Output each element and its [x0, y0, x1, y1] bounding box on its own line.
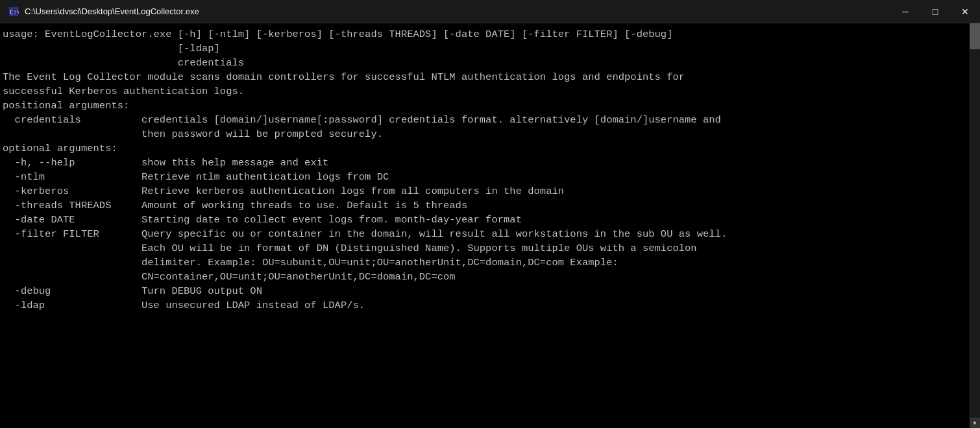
terminal-line: -ldap Use unsecured LDAP instead of LDAP… — [3, 298, 967, 313]
terminal-line: -ntlm Retrieve ntlm authentication logs … — [3, 170, 967, 184]
terminal-line: then password will be prompted securely. — [3, 127, 967, 141]
cmd-icon: C:\ — [8, 6, 19, 18]
terminal-line: usage: EventLogCollector.exe [-h] [-ntlm… — [3, 27, 967, 42]
terminal-line: -debug Turn DEBUG output ON — [3, 284, 967, 298]
terminal-line: successful Kerberos authentication logs. — [3, 84, 967, 99]
terminal-line: -kerberos Retrieve kerberos authenticati… — [3, 184, 967, 198]
scrollbar-thumb[interactable] — [970, 23, 980, 49]
terminal-line: positional arguments: — [3, 99, 967, 113]
title-bar-controls: ─ □ ✕ — [890, 0, 980, 23]
scrollbar[interactable]: ▲ ▼ — [970, 23, 980, 428]
scrollbar-down-arrow[interactable]: ▼ — [970, 418, 980, 428]
terminal-line: -date DATE Starting date to collect even… — [3, 213, 967, 227]
terminal-line: delimiter. Example: OU=subunit,OU=unit;O… — [3, 256, 967, 270]
terminal-line: optional arguments: — [3, 141, 967, 156]
terminal-line: credentials credentials [domain/]usernam… — [3, 113, 967, 127]
terminal-line: Each OU will be in format of DN (Disting… — [3, 241, 967, 256]
terminal-output: usage: EventLogCollector.exe [-h] [-ntlm… — [0, 23, 970, 428]
terminal-line: -threads THREADS Amount of working threa… — [3, 198, 967, 213]
terminal-line: -h, --help show this help message and ex… — [3, 156, 967, 170]
terminal-line: -filter FILTER Query specific ou or cont… — [3, 227, 967, 241]
terminal-line: [-ldap] — [3, 42, 967, 56]
close-button[interactable]: ✕ — [950, 0, 980, 23]
svg-text:C:\: C:\ — [10, 9, 19, 16]
terminal-line: CN=container,OU=unit;OU=anotherUnit,DC=d… — [3, 270, 967, 284]
terminal-line: credentials — [3, 56, 967, 70]
terminal-line: The Event Log Collector module scans dom… — [3, 70, 967, 84]
title-bar-text: C:\Users\dvsci\Desktop\EventLogCollector… — [25, 6, 972, 16]
title-bar: C:\ C:\Users\dvsci\Desktop\EventLogColle… — [0, 0, 980, 23]
maximize-button[interactable]: □ — [920, 0, 950, 23]
minimize-button[interactable]: ─ — [890, 0, 920, 23]
